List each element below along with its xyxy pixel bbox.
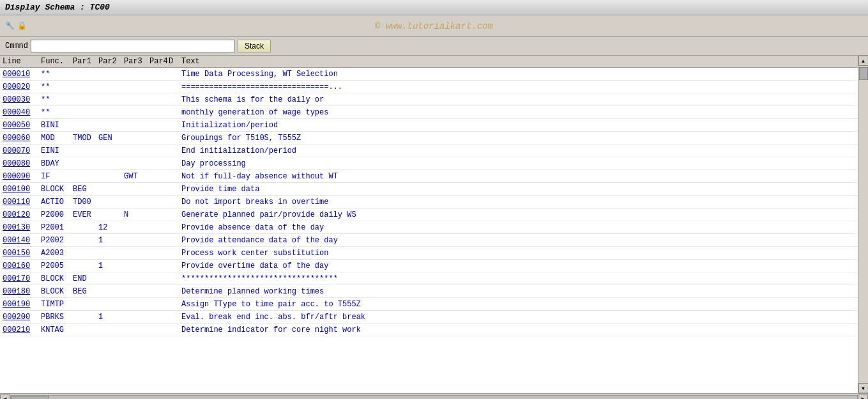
scroll-right-arrow[interactable]: ▶ xyxy=(858,395,868,400)
command-label: Cmmnd xyxy=(5,42,28,51)
row-text: Provide time data xyxy=(181,185,855,194)
title-bar: Display Schema : TC00 xyxy=(0,0,868,15)
table-row[interactable]: 000090IFGWTNot if full-day absence witho… xyxy=(0,170,858,183)
row-text: Initialization/period xyxy=(181,121,855,130)
table-row[interactable]: 000040**monthly generation of wage types xyxy=(0,106,858,119)
scroll-thumb[interactable] xyxy=(859,67,868,80)
row-func: PBRKS xyxy=(41,313,73,322)
table-row[interactable]: 000050BINIInitialization/period xyxy=(0,119,858,132)
table-row[interactable]: 000010**Time Data Processing, WT Selecti… xyxy=(0,68,858,81)
row-func: BINI xyxy=(41,121,73,130)
row-par2: 1 xyxy=(98,313,124,322)
header-par4: Par4 xyxy=(149,57,169,66)
table-row[interactable]: 000160P20051Provide overtime data of the… xyxy=(0,260,858,272)
row-func: IF xyxy=(41,172,73,181)
header-par2: Par2 xyxy=(98,57,124,66)
table-row[interactable]: 000110ACTIOTD00Do not import breaks in o… xyxy=(0,196,858,208)
table-row[interactable]: 000080BDAYDay processing xyxy=(0,157,858,170)
header-func: Func. xyxy=(41,57,73,66)
toolbar-icons: 🔧 🔒 xyxy=(5,21,27,31)
content-area: Line Func. Par1 Par2 Par3 Par4 D Text 00… xyxy=(0,56,858,393)
table-row[interactable]: 000200PBRKS1Eval. break end inc. abs. bf… xyxy=(0,311,858,324)
header-text: Text xyxy=(181,57,855,66)
row-par1: EVER xyxy=(73,210,98,219)
watermark: © www.tutorialkart.com xyxy=(375,21,493,31)
lock-icon[interactable]: 🔒 xyxy=(17,21,27,31)
row-line: 000150 xyxy=(3,249,41,258)
scroll-down-arrow[interactable]: ▼ xyxy=(858,383,869,393)
window-title: Display Schema : TC00 xyxy=(5,3,110,12)
row-line: 000160 xyxy=(3,262,41,270)
scroll-track xyxy=(10,395,858,400)
row-func: BLOCK xyxy=(41,287,73,296)
horizontal-scrollbar[interactable]: ◀ ▶ xyxy=(0,393,868,399)
table-row[interactable]: 000020**================================… xyxy=(0,81,858,93)
row-line: 000170 xyxy=(3,274,41,283)
row-text: End initialization/period xyxy=(181,146,855,155)
row-text: Not if full-day absence without WT xyxy=(181,172,855,181)
row-line: 000080 xyxy=(3,159,41,168)
table-row[interactable]: 000060MODTMODGENGroupings for T510S, T55… xyxy=(0,132,858,145)
row-text: Day processing xyxy=(181,159,855,168)
row-par1: BEG xyxy=(73,185,98,194)
row-func: ** xyxy=(41,82,73,91)
row-line: 000020 xyxy=(3,82,41,91)
command-bar: Cmmnd Stack xyxy=(0,37,868,56)
row-text: Time Data Processing, WT Selection xyxy=(181,70,855,79)
command-input[interactable] xyxy=(31,40,235,52)
row-func: EINI xyxy=(41,146,73,155)
row-func: BDAY xyxy=(41,159,73,168)
scroll-left-arrow[interactable]: ◀ xyxy=(0,395,10,400)
row-func: P2005 xyxy=(41,262,73,270)
table-row[interactable]: 000170BLOCKEND**************************… xyxy=(0,272,858,285)
scroll-up-arrow[interactable]: ▲ xyxy=(858,56,869,66)
stack-button[interactable]: Stack xyxy=(238,40,271,52)
row-func: ACTIO xyxy=(41,198,73,207)
row-par1: END xyxy=(73,274,98,283)
row-line: 000090 xyxy=(3,172,41,181)
row-line: 000200 xyxy=(3,313,41,322)
row-text: Process work center substitution xyxy=(181,249,855,258)
table-row[interactable]: 000120P2000EVERNGenerate planned pair/pr… xyxy=(0,208,858,221)
table-row[interactable]: 000180BLOCKBEGDetermine planned working … xyxy=(0,285,858,298)
vertical-scrollbar[interactable]: ▲ ▼ xyxy=(858,56,868,393)
row-line: 000190 xyxy=(3,300,41,309)
row-func: MOD xyxy=(41,134,73,143)
column-headers: Line Func. Par1 Par2 Par3 Par4 D Text xyxy=(0,56,858,68)
table-row[interactable]: 000140P20021Provide attendance data of t… xyxy=(0,234,858,247)
row-text: Groupings for T510S, T555Z xyxy=(181,134,855,143)
table-row[interactable]: 000210KNTAGDetermine indicator for core … xyxy=(0,324,858,336)
row-text: Assign TType to time pair acc. to T555Z xyxy=(181,300,855,309)
row-text: Determine indicator for core night work xyxy=(181,325,855,334)
table-row[interactable]: 000150A2003Process work center substitut… xyxy=(0,247,858,260)
scroll-h-thumb[interactable] xyxy=(11,396,49,400)
row-func: P2001 xyxy=(41,223,73,232)
row-text: Determine planned working times xyxy=(181,287,855,296)
wrench-icon[interactable]: 🔧 xyxy=(5,21,15,31)
header-par1: Par1 xyxy=(73,57,98,66)
row-line: 000070 xyxy=(3,146,41,155)
header-par3: Par3 xyxy=(124,57,149,66)
row-line: 000130 xyxy=(3,223,41,232)
table-row[interactable]: 000030**This schema is for the daily or xyxy=(0,93,858,106)
data-rows-container: 000010**Time Data Processing, WT Selecti… xyxy=(0,68,858,336)
toolbar: 🔧 🔒 © www.tutorialkart.com xyxy=(0,15,868,37)
row-text: Provide attendance data of the day xyxy=(181,236,855,245)
row-line: 000210 xyxy=(3,325,41,334)
table-row[interactable]: 000100BLOCKBEGProvide time data xyxy=(0,183,858,196)
table-row[interactable]: 000130P200112Provide absence data of the… xyxy=(0,221,858,234)
table-row[interactable]: 000190TIMTPAssign TType to time pair acc… xyxy=(0,298,858,311)
row-text: monthly generation of wage types xyxy=(181,108,855,117)
row-par2: 12 xyxy=(98,223,124,232)
row-par1: TMOD xyxy=(73,134,98,143)
row-text: Eval. break end inc. abs. bfr/aftr break xyxy=(181,313,855,322)
table-row[interactable]: 000070EINIEnd initialization/period xyxy=(0,145,858,157)
row-func: BLOCK xyxy=(41,274,73,283)
row-func: KNTAG xyxy=(41,325,73,334)
row-text: This schema is for the daily or xyxy=(181,95,855,104)
row-line: 000050 xyxy=(3,121,41,130)
row-func: A2003 xyxy=(41,249,73,258)
row-par3: N xyxy=(124,210,149,219)
row-text: ================================... xyxy=(181,82,855,91)
row-func: P2002 xyxy=(41,236,73,245)
